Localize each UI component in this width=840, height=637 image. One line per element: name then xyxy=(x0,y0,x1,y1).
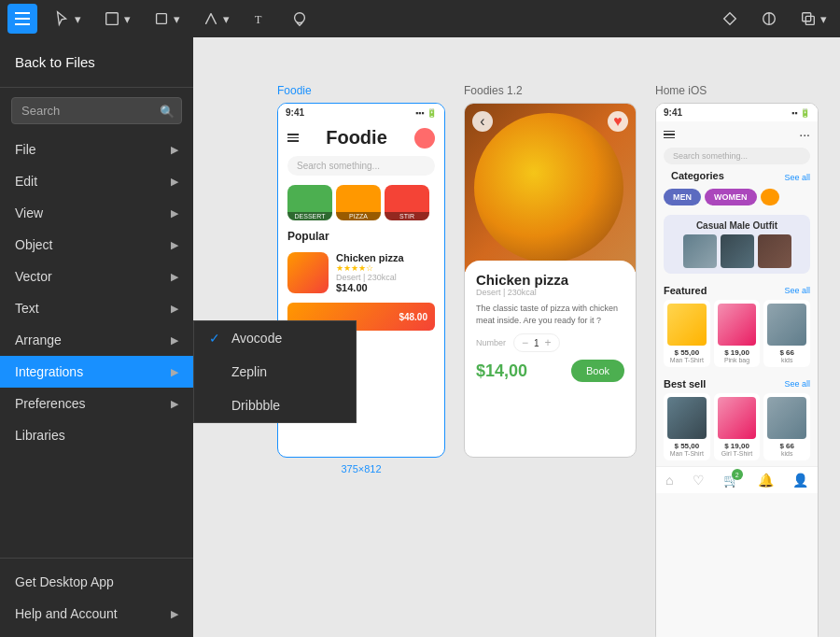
product-card-0[interactable]: $ 55,00 Man T-Shirt xyxy=(664,300,710,367)
food-price: $14.00 xyxy=(336,282,435,293)
big-price: $14,00 xyxy=(476,361,527,381)
detail-title: Chicken pizza xyxy=(476,272,624,288)
num-decrease-button[interactable]: − xyxy=(522,336,528,349)
nav-notification-icon[interactable]: 🔔 xyxy=(758,473,774,488)
arrow-icon: ▶ xyxy=(171,398,178,410)
sidebar-item-arrange[interactable]: Arrange ▶ xyxy=(0,324,193,356)
sidebar-item-integrations-label: Integrations xyxy=(15,364,83,379)
homeios-search: Search something... xyxy=(664,148,810,164)
food-thumb-img xyxy=(287,252,329,293)
toolbar: ▾ ▾ ▾ ▾ T ▾ xyxy=(0,0,840,37)
cat-pill-extra[interactable] xyxy=(761,189,779,205)
foodie-time: 9:41 xyxy=(286,107,304,118)
bestsell-product-grid: $ 55,00 Man T-Shirt $ 19,00 Girl T-Shirt… xyxy=(656,393,818,466)
detail-desc: The classic taste of pizza with chicken … xyxy=(476,303,624,326)
foodie-header: Foodie xyxy=(278,121,444,152)
main-area: Back to Files 🔍 File ▶ Edit ▶ View ▶ Obj… xyxy=(0,37,840,637)
layers-dropdown[interactable]: ▾ xyxy=(820,12,827,26)
submenu-item-dribbble[interactable]: ✓ Dribbble xyxy=(194,389,356,422)
product-card-2[interactable]: $ 66 kids xyxy=(763,300,810,367)
sidebar-item-object[interactable]: Object ▶ xyxy=(0,229,193,261)
category-item-1: PIZZA xyxy=(336,185,381,220)
book-button[interactable]: Book xyxy=(571,360,624,382)
shape-tool-dropdown[interactable]: ▾ xyxy=(174,12,180,26)
featured-label: Featured xyxy=(664,285,707,296)
vector-tool-button[interactable]: ▾ xyxy=(197,7,235,31)
bestsell-img-0 xyxy=(667,397,707,439)
arrow-icon: ▶ xyxy=(171,176,178,188)
featured-see-all[interactable]: See all xyxy=(784,286,810,295)
frame-tool-dropdown[interactable]: ▾ xyxy=(124,12,131,26)
number-row: Number − 1 + xyxy=(476,333,624,352)
sidebar-item-text[interactable]: Text ▶ xyxy=(0,292,193,324)
select-tool-button[interactable]: ▾ xyxy=(49,7,87,31)
category-pills: MEN WOMEN xyxy=(656,189,818,211)
pizza-bg: ‹ ♥ xyxy=(465,104,636,272)
nav-home-icon[interactable]: ⌂ xyxy=(665,473,673,488)
sidebar-item-object-label: Object xyxy=(15,237,52,252)
product-card-1[interactable]: $ 19,00 Pink bag xyxy=(714,300,761,367)
sidebar-item-libraries[interactable]: Libraries xyxy=(0,419,193,451)
foodie-dim: 375×812 xyxy=(341,463,381,474)
back-to-files-button[interactable]: Back to Files xyxy=(0,37,193,88)
product-img-0 xyxy=(667,304,707,346)
arrow-icon: ▶ xyxy=(171,239,178,251)
categories-label: Categories xyxy=(664,170,732,185)
bestsell-card-0[interactable]: $ 55,00 Man T-Shirt xyxy=(664,393,710,460)
foodies12-phone-frame[interactable]: ‹ ♥ Chicken pizza Desert | 230kcal The c… xyxy=(464,103,637,458)
bestsell-card-1[interactable]: $ 19,00 Girl T-Shirt xyxy=(714,393,761,460)
homeios-bg: 9:41 ▪▪ 🔋 ··· Search something... Catego… xyxy=(656,104,818,637)
vector-tool-dropdown[interactable]: ▾ xyxy=(223,12,230,26)
outfit-shirt xyxy=(683,234,717,268)
nav-profile-icon[interactable]: 👤 xyxy=(792,473,808,488)
cart-badge: 2 xyxy=(732,469,743,480)
bestsell-name-1: Girl T-Shirt xyxy=(718,450,757,457)
casual-outfit: Casual Male Outfit xyxy=(664,215,810,274)
layers-button[interactable]: ▾ xyxy=(794,7,833,31)
sidebar-item-get-desktop[interactable]: Get Desktop App xyxy=(0,566,193,598)
arrow-icon: ▶ xyxy=(171,366,178,378)
bestsell-section-header: Best sell See all xyxy=(656,373,818,393)
select-tool-dropdown[interactable]: ▾ xyxy=(75,12,81,26)
sidebar-item-vector[interactable]: Vector ▶ xyxy=(0,261,193,292)
food-card: Chicken pizza ★★★★☆ Desert | 230kcal $14… xyxy=(278,247,444,299)
homeios-phone-frame[interactable]: 9:41 ▪▪ 🔋 ··· Search something... Catego… xyxy=(655,103,819,637)
arrow-icon: ▶ xyxy=(171,608,178,620)
nav-cart-icon[interactable]: 🛒 2 xyxy=(723,473,739,488)
search-input[interactable] xyxy=(11,97,182,124)
bestsell-see-all[interactable]: See all xyxy=(784,379,810,389)
submenu-item-avocode[interactable]: ✓ Avocode xyxy=(194,321,356,355)
contrast-button[interactable] xyxy=(755,7,783,31)
see-all-link[interactable]: See all xyxy=(784,173,810,182)
number-control[interactable]: − 1 + xyxy=(513,333,560,352)
detail-sub: Desert | 230kcal xyxy=(476,288,624,297)
comment-tool-button[interactable] xyxy=(286,7,314,31)
product-img-1 xyxy=(718,304,757,346)
sidebar-item-libraries-label: Libraries xyxy=(15,428,65,443)
sidebar-item-edit[interactable]: Edit ▶ xyxy=(0,165,193,197)
hamburger-menu-button[interactable] xyxy=(7,4,37,34)
sidebar-item-help[interactable]: Help and Account ▶ xyxy=(0,598,193,630)
text-tool-button[interactable]: T xyxy=(246,7,274,31)
sidebar-item-text-label: Text xyxy=(15,301,39,316)
foodies12-frame-wrapper: Foodies 1.2 ‹ ♥ Chicken pizza Desert | 2… xyxy=(464,84,637,637)
num-increase-button[interactable]: + xyxy=(545,336,552,349)
sidebar-item-view[interactable]: View ▶ xyxy=(0,197,193,229)
bestsell-price-0: $ 55,00 xyxy=(667,442,707,450)
frame-tool-button[interactable]: ▾ xyxy=(98,7,136,31)
casual-title: Casual Male Outfit xyxy=(671,220,803,231)
cat-pill-women[interactable]: WOMEN xyxy=(705,189,757,205)
sidebar-item-file[interactable]: File ▶ xyxy=(0,134,193,165)
cat-pill-men[interactable]: MEN xyxy=(664,189,701,205)
shape-tool-button[interactable]: ▾ xyxy=(147,7,186,31)
sidebar-item-preferences[interactable]: Preferences ▶ xyxy=(0,388,193,419)
arrow-icon: ▶ xyxy=(171,271,178,283)
arrow-icon: ▶ xyxy=(171,334,178,347)
food-cal: Desert | 230kcal xyxy=(336,273,435,282)
bestsell-card-2[interactable]: $ 66 kids xyxy=(763,393,810,460)
nav-search-icon[interactable]: ♡ xyxy=(693,473,705,488)
sidebar-item-integrations[interactable]: Integrations ▶ xyxy=(0,356,193,388)
component-button[interactable] xyxy=(716,7,744,31)
check-icon: ✓ xyxy=(209,331,224,346)
submenu-item-zeplin[interactable]: ✓ Zeplin xyxy=(194,355,356,389)
